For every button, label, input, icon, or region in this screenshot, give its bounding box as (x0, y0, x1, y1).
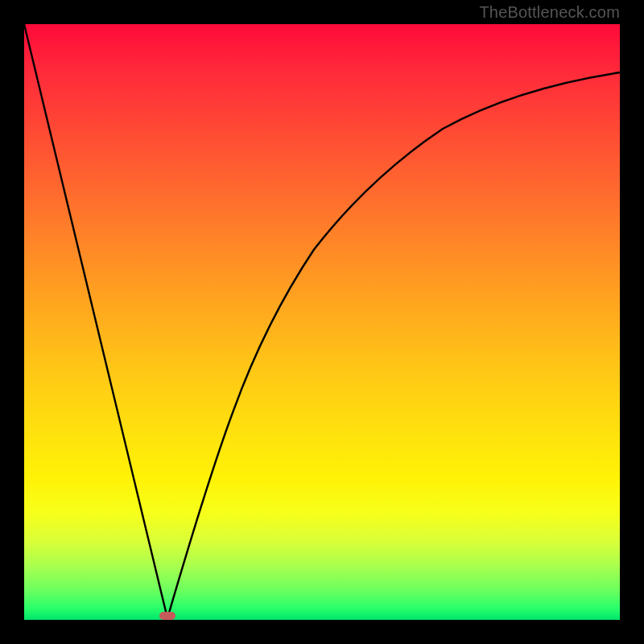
attribution-text: TheBottleneck.com (479, 3, 620, 22)
curve-left-branch (24, 24, 167, 618)
bottleneck-curve (24, 24, 620, 620)
curve-right-branch (167, 72, 620, 618)
valley-marker (159, 612, 175, 620)
plot-area (24, 24, 620, 620)
chart-frame: TheBottleneck.com (0, 0, 644, 644)
